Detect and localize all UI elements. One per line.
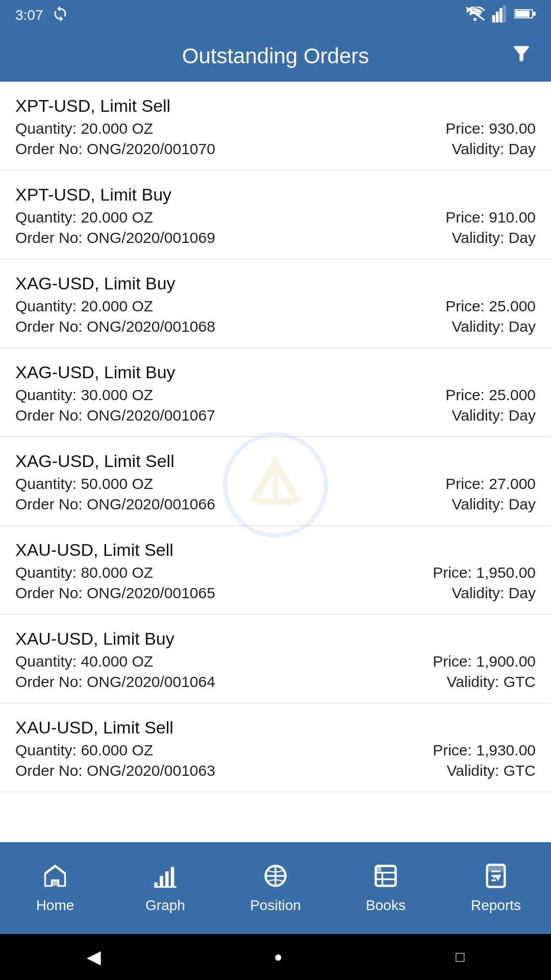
svg-rect-3 <box>503 5 506 22</box>
order-validity: Validity: Day <box>452 584 536 602</box>
nav-item-position[interactable]: Position <box>220 863 331 914</box>
svg-rect-1 <box>496 11 499 22</box>
graph-icon <box>152 863 179 893</box>
order-title: XAU-USD, Limit Buy <box>15 629 536 649</box>
signal-icon <box>492 5 507 26</box>
svg-rect-6 <box>533 12 536 16</box>
nav-label-position: Position <box>250 897 301 914</box>
svg-rect-12 <box>171 867 174 887</box>
order-price: Price: 1,950.00 <box>433 564 536 581</box>
order-price: Price: 27.000 <box>445 475 536 493</box>
home-icon <box>42 863 68 893</box>
order-item-6[interactable]: XAU-USD, Limit Sell Quantity: 80.000 OZ … <box>0 526 551 615</box>
order-number: Order No: ONG/2020/001063 <box>15 762 215 779</box>
order-title: XAG-USD, Limit Sell <box>15 451 536 471</box>
svg-rect-5 <box>515 11 530 17</box>
order-validity: Validity: Day <box>452 140 536 158</box>
order-price: Price: 930.00 <box>445 120 536 137</box>
filter-icon[interactable] <box>510 42 533 70</box>
order-item-1[interactable]: XPT-USD, Limit Sell Quantity: 20.000 OZ … <box>0 82 551 170</box>
order-validity: Validity: Day <box>452 229 536 247</box>
order-quantity: Quantity: 30.000 OZ <box>15 386 215 404</box>
svg-rect-10 <box>160 876 163 887</box>
status-bar: 3:07 <box>0 0 551 31</box>
back-button[interactable]: ◀ <box>87 946 101 968</box>
order-item-8[interactable]: XAU-USD, Limit Sell Quantity: 60.000 OZ … <box>0 703 551 792</box>
status-bar-right <box>465 5 536 26</box>
order-title: XAG-USD, Limit Buy <box>15 362 536 382</box>
order-quantity: Quantity: 50.000 OZ <box>15 475 215 493</box>
order-quantity: Quantity: 20.000 OZ <box>15 298 215 315</box>
order-price: Price: 25.000 <box>445 386 536 404</box>
svg-rect-11 <box>165 871 169 887</box>
order-price: Price: 25.000 <box>445 298 536 315</box>
order-title: XAG-USD, Limit Buy <box>15 274 536 293</box>
order-quantity: Quantity: 40.000 OZ <box>15 653 215 670</box>
books-icon <box>372 863 399 893</box>
nav-label-books: Books <box>366 897 406 914</box>
order-item-4[interactable]: XAG-USD, Limit Buy Quantity: 30.000 OZ O… <box>0 348 551 437</box>
svg-rect-8 <box>52 880 59 886</box>
order-number: Order No: ONG/2020/001064 <box>15 673 215 691</box>
nav-label-home: Home <box>36 897 74 914</box>
order-quantity: Quantity: 20.000 OZ <box>15 120 215 137</box>
page-title: Outstanding Orders <box>182 44 369 68</box>
order-number: Order No: ONG/2020/001068 <box>15 318 215 335</box>
order-validity: Validity: GTC <box>447 762 536 779</box>
battery-icon <box>514 7 536 24</box>
wifi-icon <box>465 7 485 24</box>
order-quantity: Quantity: 20.000 OZ <box>15 209 215 226</box>
order-number: Order No: ONG/2020/001065 <box>15 584 215 602</box>
order-number: Order No: ONG/2020/001070 <box>15 140 215 158</box>
reports-icon <box>483 863 509 893</box>
nav-item-reports[interactable]: Reports <box>441 863 551 914</box>
status-bar-left: 3:07 <box>15 5 69 26</box>
order-number: Order No: ONG/2020/001069 <box>15 229 215 247</box>
home-button[interactable]: ● <box>274 949 283 965</box>
order-title: XPT-USD, Limit Sell <box>15 96 536 116</box>
orders-list: XPT-USD, Limit Sell Quantity: 20.000 OZ … <box>0 82 551 842</box>
svg-rect-21 <box>377 867 382 872</box>
svg-rect-0 <box>492 15 495 22</box>
order-validity: Validity: GTC <box>447 673 536 691</box>
order-number: Order No: ONG/2020/001067 <box>15 407 215 424</box>
order-quantity: Quantity: 60.000 OZ <box>15 742 215 759</box>
order-price: Price: 1,930.00 <box>433 742 536 759</box>
order-validity: Validity: Day <box>452 318 536 335</box>
order-quantity: Quantity: 80.000 OZ <box>15 564 215 581</box>
order-price: Price: 910.00 <box>445 209 536 226</box>
order-title: XAU-USD, Limit Sell <box>15 540 536 560</box>
time-display: 3:07 <box>15 7 43 23</box>
sync-icon <box>52 5 69 26</box>
order-item-2[interactable]: XPT-USD, Limit Buy Quantity: 20.000 OZ O… <box>0 170 551 259</box>
nav-label-graph: Graph <box>145 897 185 914</box>
recents-button[interactable]: □ <box>456 949 464 965</box>
order-title: XPT-USD, Limit Buy <box>15 185 536 205</box>
order-validity: Validity: Day <box>452 496 536 513</box>
nav-label-reports: Reports <box>471 897 521 914</box>
android-nav-bar: ◀ ● □ <box>0 934 551 980</box>
order-number: Order No: ONG/2020/001066 <box>15 496 215 513</box>
svg-rect-26 <box>488 866 504 872</box>
order-validity: Validity: Day <box>452 407 536 424</box>
nav-item-books[interactable]: Books <box>331 863 441 914</box>
position-icon <box>262 863 289 893</box>
order-price: Price: 1,900.00 <box>433 653 536 670</box>
nav-item-graph[interactable]: Graph <box>110 863 220 914</box>
order-item-5[interactable]: XAG-USD, Limit Sell Quantity: 50.000 OZ … <box>0 437 551 526</box>
order-item-7[interactable]: XAU-USD, Limit Buy Quantity: 40.000 OZ O… <box>0 615 551 703</box>
nav-item-home[interactable]: Home <box>0 863 110 914</box>
svg-rect-2 <box>499 8 503 22</box>
order-item-3[interactable]: XAG-USD, Limit Buy Quantity: 20.000 OZ O… <box>0 259 551 348</box>
bottom-navigation: Home Graph Position <box>0 842 551 934</box>
order-title: XAU-USD, Limit Sell <box>15 718 536 738</box>
header: Outstanding Orders <box>0 31 551 82</box>
